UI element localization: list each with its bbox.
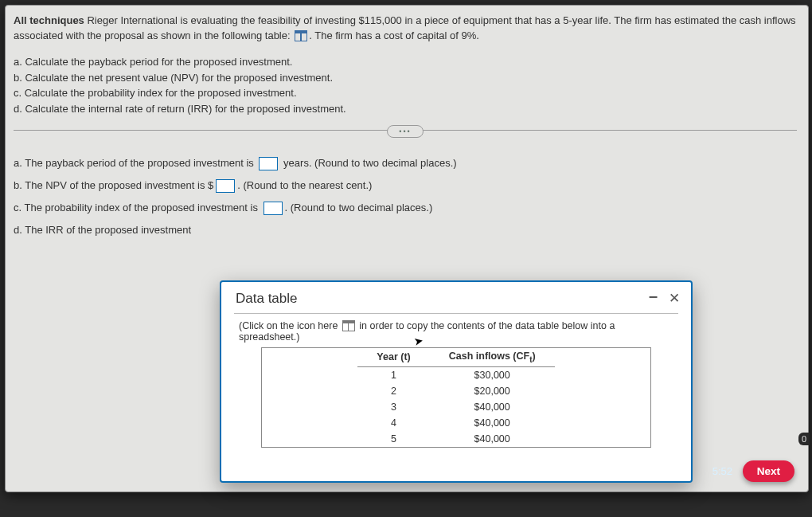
modal-header: Data table – ✕ bbox=[221, 282, 691, 308]
cell-cf: $40,000 bbox=[430, 399, 555, 415]
cell-cf: $20,000 bbox=[430, 383, 555, 399]
close-icon[interactable]: ✕ bbox=[669, 290, 680, 307]
hint-pre: (Click on the icon here bbox=[239, 320, 341, 331]
col-cash-inflows: Cash inflows (CFt) bbox=[430, 348, 555, 366]
copy-table-icon[interactable] bbox=[342, 320, 355, 331]
question-list: a. Calculate the payback period for the … bbox=[14, 55, 797, 117]
next-button[interactable]: Next bbox=[743, 460, 794, 482]
data-table-modal: Data table – ✕ (Click on the icon here i… bbox=[220, 280, 693, 483]
divider-handle[interactable]: ••• bbox=[387, 125, 424, 138]
modal-title: Data table bbox=[236, 291, 298, 307]
table-body: 1$30,000 2$20,000 3$40,000 4$40,000 5$40… bbox=[357, 366, 554, 447]
question-d: d. Calculate the internal rate of return… bbox=[14, 102, 797, 117]
table-row: 2$20,000 bbox=[357, 383, 554, 399]
table-row: 4$40,000 bbox=[357, 415, 554, 431]
cell-year: 1 bbox=[357, 366, 429, 383]
cell-year: 2 bbox=[357, 383, 429, 399]
table-row: 5$40,000 bbox=[357, 431, 554, 447]
answer-b-pre: b. The NPV of the proposed investment is… bbox=[14, 179, 213, 191]
cell-year: 5 bbox=[357, 431, 429, 447]
intro-text-2: . The firm has a cost of capital of 9%. bbox=[309, 29, 479, 41]
timer-display: 5:52 bbox=[712, 465, 732, 477]
table-link-icon[interactable] bbox=[295, 30, 307, 41]
table-header-row: Year (t) Cash inflows (CFt) bbox=[357, 348, 554, 366]
col-year: Year (t) bbox=[357, 348, 429, 366]
cell-cf: $40,000 bbox=[430, 431, 555, 447]
cell-cf: $40,000 bbox=[430, 415, 555, 431]
answer-a: a. The payback period of the proposed in… bbox=[14, 156, 797, 171]
cell-cf: $30,000 bbox=[430, 366, 555, 383]
modal-divider bbox=[234, 313, 678, 314]
input-npv[interactable] bbox=[216, 179, 235, 193]
intro-paragraph: All techniques Rieger International is e… bbox=[14, 14, 797, 44]
answer-c: c. The probability index of the proposed… bbox=[14, 201, 797, 216]
section-divider: ••• bbox=[14, 130, 797, 145]
question-c: c. Calculate the probability index for t… bbox=[14, 86, 797, 101]
question-a: a. Calculate the payback period for the … bbox=[14, 55, 797, 70]
table-row: 3$40,000 bbox=[357, 399, 554, 415]
side-badge: 0 bbox=[798, 433, 810, 445]
data-table-wrap: Year (t) Cash inflows (CFt) 1$30,000 2$2… bbox=[261, 347, 651, 448]
answer-section: a. The payback period of the proposed in… bbox=[14, 156, 797, 237]
question-b: b. Calculate the net present value (NPV)… bbox=[14, 71, 797, 86]
answer-d-pre: d. The IRR of the proposed investment bbox=[14, 224, 191, 236]
input-payback[interactable] bbox=[259, 157, 278, 170]
answer-c-post: . (Round to two decimal places.) bbox=[285, 202, 433, 213]
col2-pre: Cash inflows (CF bbox=[449, 351, 529, 362]
answer-b-post: . (Round to the nearest cent.) bbox=[237, 179, 372, 191]
modal-hint: (Click on the icon here in order to copy… bbox=[221, 319, 691, 347]
answer-a-post: years. (Round to two decimal places.) bbox=[283, 157, 456, 169]
table-row: 1$30,000 bbox=[357, 366, 554, 383]
data-table: Year (t) Cash inflows (CFt) 1$30,000 2$2… bbox=[357, 348, 554, 447]
cell-year: 3 bbox=[357, 399, 429, 415]
intro-bold: All techniques bbox=[14, 14, 84, 26]
input-pi[interactable] bbox=[264, 202, 283, 215]
screen-background: All techniques Rieger International is e… bbox=[0, 0, 812, 517]
col2-post: ) bbox=[532, 351, 535, 362]
question-content: All techniques Rieger International is e… bbox=[6, 6, 808, 237]
cell-year: 4 bbox=[357, 415, 429, 431]
answer-a-pre: a. The payback period of the proposed in… bbox=[14, 157, 254, 169]
modal-header-icons: – ✕ bbox=[649, 290, 680, 307]
answer-b: b. The NPV of the proposed investment is… bbox=[14, 178, 797, 194]
answer-c-pre: c. The probability index of the proposed… bbox=[14, 202, 258, 213]
answer-d: d. The IRR of the proposed investment bbox=[14, 223, 797, 238]
